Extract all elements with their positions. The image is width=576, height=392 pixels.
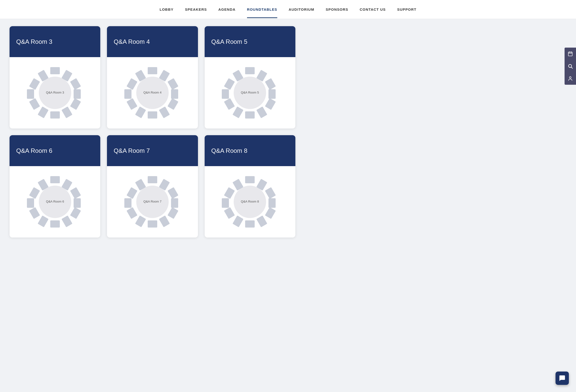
svg-rect-18 [168,78,178,90]
svg-text:Q&A Room 5: Q&A Room 5 [241,91,259,94]
svg-rect-68 [126,187,138,199]
svg-rect-82 [224,187,235,199]
svg-point-88 [569,64,572,68]
svg-rect-12 [29,78,40,90]
room-body-7: Q&A Room 7 [107,166,198,237]
svg-point-90 [569,77,571,78]
svg-rect-80 [224,207,235,219]
svg-rect-11 [27,89,34,99]
svg-rect-16 [148,67,157,74]
svg-rect-22 [148,111,157,119]
roundtable-svg-7: Q&A Room 7 [121,171,183,233]
svg-rect-35 [256,106,267,118]
svg-rect-61 [171,198,178,208]
person-icon [568,76,573,81]
room-card-3[interactable]: Q&A Room 3 Q&A Room 3 [9,26,100,129]
svg-rect-20 [168,98,178,110]
svg-rect-48 [70,207,81,219]
nav-item-contact-us[interactable]: CONTACT US [360,1,386,18]
svg-rect-66 [126,207,138,219]
nav-item-roundtables[interactable]: ROUNDTABLES [247,1,277,18]
room-card-4[interactable]: Q&A Room 4 Q&A Room 4 [107,26,198,129]
roundtable-svg-8: Q&A Room 8 [219,171,281,233]
room-title-4: Q&A Room 4 [114,38,150,46]
svg-rect-63 [159,215,170,227]
svg-rect-38 [224,98,235,110]
room-title-3: Q&A Room 3 [16,38,52,46]
svg-rect-64 [148,220,157,228]
svg-rect-21 [159,106,170,118]
search-sidebar-button[interactable] [565,60,576,72]
nav-item-sponsors[interactable]: SPONSORS [326,1,348,18]
svg-rect-6 [70,98,81,110]
room-body-4: Q&A Room 4 [107,57,198,129]
svg-rect-37 [232,106,243,118]
svg-rect-7 [61,106,72,118]
room-header-8: Q&A Room 8 [205,135,295,166]
room-card-7[interactable]: Q&A Room 7 Q&A Room 7 [107,135,198,237]
nav-item-support[interactable]: SUPPORT [397,1,416,18]
svg-rect-40 [224,78,235,90]
svg-rect-9 [38,106,49,118]
svg-rect-26 [126,78,138,90]
svg-rect-2 [50,67,60,74]
navbar: LOBBY SPEAKERS AGENDA ROUNDTABLES AUDITO… [0,0,576,19]
svg-rect-65 [135,215,146,227]
room-header-6: Q&A Room 6 [9,135,100,166]
svg-rect-54 [29,187,40,199]
svg-rect-53 [27,198,34,208]
roundtable-svg-6: Q&A Room 6 [24,171,86,233]
svg-line-89 [572,67,573,69]
main-content: Q&A Room 3 Q&A Room 3 [0,19,576,245]
nav-item-lobby[interactable]: LOBBY [160,1,174,18]
svg-rect-32 [265,78,276,90]
room-title-5: Q&A Room 5 [211,38,248,46]
svg-rect-79 [232,215,243,227]
svg-rect-47 [74,198,81,208]
chat-button[interactable] [555,371,569,385]
room-body-5: Q&A Room 5 [205,57,295,129]
svg-rect-77 [256,215,267,227]
rooms-grid: Q&A Room 3 Q&A Room 3 [9,26,295,237]
calendar-sidebar-button[interactable] [565,48,576,60]
roundtable-svg-4: Q&A Room 4 [121,62,183,124]
room-card-8[interactable]: Q&A Room 8 Q&A Room 8 [205,135,295,237]
room-card-5[interactable]: Q&A Room 5 Q&A Room 5 [205,26,295,129]
nav-item-agenda[interactable]: AGENDA [218,1,236,18]
room-card-6[interactable]: Q&A Room 6 Q&A Room 6 [9,135,100,237]
svg-rect-78 [245,220,255,228]
svg-rect-84 [568,52,573,56]
nav-items: LOBBY SPEAKERS AGENDA ROUNDTABLES AUDITO… [160,1,416,18]
room-body-6: Q&A Room 6 [9,166,100,237]
nav-item-speakers[interactable]: SPEAKERS [185,1,207,18]
svg-rect-58 [148,176,157,183]
svg-rect-10 [29,98,40,110]
svg-rect-23 [135,106,146,118]
right-sidebar [565,48,576,85]
roundtable-svg-5: Q&A Room 5 [219,62,281,124]
svg-rect-60 [168,187,178,199]
svg-rect-24 [126,98,138,110]
room-title-8: Q&A Room 8 [211,147,248,155]
svg-rect-33 [268,89,276,99]
svg-rect-19 [171,89,178,99]
svg-rect-74 [265,187,276,199]
calendar-icon [568,51,573,56]
room-body-8: Q&A Room 8 [205,166,295,237]
svg-rect-62 [168,207,178,219]
room-header-7: Q&A Room 7 [107,135,198,166]
svg-rect-67 [124,198,132,208]
svg-rect-39 [222,89,229,99]
room-title-6: Q&A Room 6 [16,147,52,155]
svg-rect-5 [74,89,81,99]
nav-item-auditorium[interactable]: AUDITORIUM [289,1,315,18]
roundtable-svg-3: Q&A Room 3 [24,62,86,124]
svg-rect-30 [245,67,255,74]
svg-text:Q&A Room 4: Q&A Room 4 [144,91,162,94]
svg-rect-25 [124,89,132,99]
svg-rect-51 [38,215,49,227]
room-header-3: Q&A Room 3 [9,26,100,57]
person-sidebar-button[interactable] [565,72,576,85]
room-header-5: Q&A Room 5 [205,26,295,57]
svg-rect-44 [50,176,60,183]
